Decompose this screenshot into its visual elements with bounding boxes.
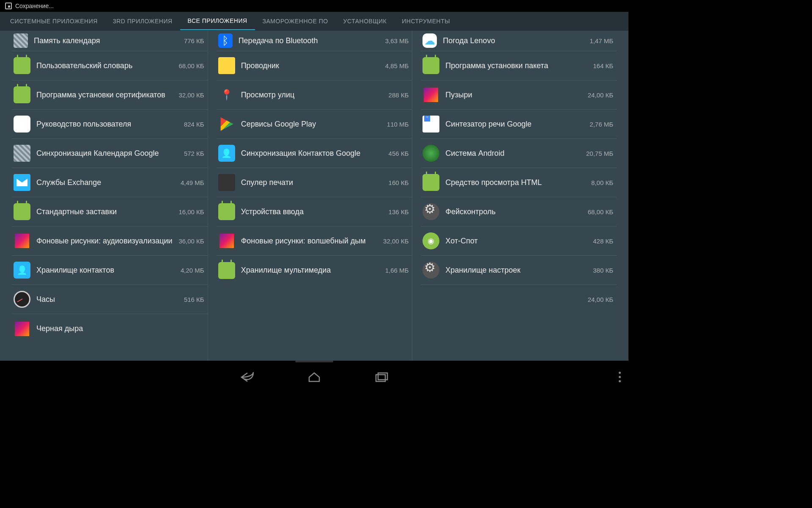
app-size: 4,85 МБ: [385, 62, 409, 69]
tab-2[interactable]: ВСЕ ПРИЛОЖЕНИЯ: [180, 12, 255, 30]
app-icon: [218, 116, 235, 133]
recent-button[interactable]: [371, 367, 391, 387]
app-icon: [14, 86, 30, 103]
app-icon: [422, 33, 437, 48]
app-row[interactable]: Фоновые рисунки: волшебный дым32,00 КБ: [217, 226, 412, 256]
app-row[interactable]: Программа установки пакета164 КБ: [421, 51, 617, 80]
app-row[interactable]: Синхронизация Контактов Google456 КБ: [217, 139, 412, 168]
app-row[interactable]: Службы Exchange4,49 МБ: [12, 168, 208, 197]
app-row[interactable]: Фейсконтроль68,00 КБ: [421, 197, 617, 226]
app-name: Сервисы Google Play: [241, 120, 387, 129]
app-name: Пузыри: [445, 91, 587, 99]
app-name: Руководство пользователя: [36, 120, 184, 129]
app-size: 68,00 КБ: [178, 62, 204, 69]
app-size: 516 КБ: [184, 296, 204, 303]
app-row[interactable]: Память календаря776 КБ: [12, 30, 208, 51]
menu-button[interactable]: [619, 372, 621, 382]
app-size: 456 КБ: [389, 150, 409, 157]
app-icon: [14, 174, 30, 191]
tab-3[interactable]: ЗАМОРОЖЕННОЕ ПО: [255, 12, 336, 30]
app-name: Просмотр улиц: [241, 91, 389, 99]
app-name: Фейсконтроль: [445, 207, 587, 216]
app-size: 68,00 КБ: [588, 208, 613, 215]
app-name: Спулер печати: [241, 178, 389, 187]
app-icon: [422, 174, 439, 191]
app-icon: [14, 320, 30, 337]
tab-0[interactable]: СИСТЕМНЫЕ ПРИЛОЖЕНИЯ: [3, 12, 105, 30]
app-name: Синхронизация Календаря Google: [36, 149, 184, 158]
app-name: Хранилище настроек: [445, 266, 593, 275]
app-row[interactable]: Руководство пользователя824 КБ: [12, 110, 208, 139]
app-name: Система Android: [445, 149, 586, 158]
app-size: 428 КБ: [593, 237, 613, 245]
app-row[interactable]: Синтезатор речи Google2,76 МБ: [421, 110, 617, 139]
app-icon: [422, 203, 439, 220]
app-row[interactable]: Проводник4,85 МБ: [217, 51, 412, 80]
app-name: Часы: [36, 295, 184, 304]
app-row[interactable]: Просмотр улиц288 КБ: [217, 80, 412, 110]
app-row[interactable]: Средство просмотра HTML8,00 КБ: [421, 168, 617, 197]
app-name: Фоновые рисунки: волшебный дым: [241, 237, 383, 246]
save-icon: [5, 3, 12, 9]
app-name: Хранилище контактов: [36, 266, 181, 275]
app-icon: [14, 57, 30, 74]
app-name: Синтезатор речи Google: [445, 120, 590, 129]
app-row[interactable]: Пузыри24,00 КБ: [421, 80, 617, 110]
app-icon: [422, 86, 439, 103]
app-size: 24,00 КБ: [588, 296, 613, 303]
app-size: 3,63 МБ: [385, 37, 409, 44]
app-size: 110 МБ: [387, 121, 409, 128]
app-size: 380 КБ: [593, 267, 613, 274]
app-size: 572 КБ: [184, 150, 204, 157]
app-name: Проводник: [241, 61, 385, 70]
back-button[interactable]: [237, 367, 258, 387]
app-size: 36,00 КБ: [178, 237, 204, 245]
app-name: Погода Lenovo: [443, 36, 590, 45]
app-name: Черная дыра: [36, 324, 204, 333]
app-row[interactable]: Передача по Bluetooth3,63 МБ: [217, 30, 412, 51]
app-name: Службы Exchange: [36, 178, 181, 187]
app-row[interactable]: Программа установки сертификатов32,00 КБ: [12, 80, 208, 110]
app-icon: [218, 57, 235, 74]
app-row[interactable]: Сервисы Google Play110 МБ: [217, 110, 412, 139]
app-row[interactable]: Хранилище настроек380 КБ: [421, 256, 617, 285]
app-row[interactable]: Часы516 КБ: [12, 285, 208, 314]
app-row[interactable]: Устройства ввода136 КБ: [217, 197, 412, 226]
app-size: 24,00 КБ: [588, 91, 613, 99]
app-icon: [422, 262, 439, 279]
app-row[interactable]: Черная дыра: [12, 314, 208, 343]
app-row[interactable]: Синхронизация Календаря Google572 КБ: [12, 139, 208, 168]
status-bar: Сохранение...: [0, 0, 628, 12]
app-icon: [218, 145, 235, 162]
app-name: Хот-Спот: [445, 237, 593, 246]
tab-1[interactable]: 3RD ПРИЛОЖЕНИЯ: [105, 12, 180, 30]
app-row[interactable]: Спулер печати160 КБ: [217, 168, 412, 197]
app-row[interactable]: Стандартные заставки16,00 КБ: [12, 197, 208, 226]
app-icon: [14, 232, 30, 249]
app-size: 32,00 КБ: [178, 91, 204, 99]
app-row[interactable]: Погода Lenovo1,47 МБ: [421, 30, 617, 51]
app-row[interactable]: 24,00 КБ: [421, 285, 617, 314]
app-icon: [422, 145, 439, 162]
app-row[interactable]: Система Android20,75 МБ: [421, 139, 617, 168]
app-icon: [422, 116, 439, 133]
app-size: 2,76 МБ: [590, 121, 613, 128]
app-icon: [218, 203, 235, 220]
app-icon: [14, 145, 30, 162]
app-row[interactable]: Фоновые рисунки: аудиовизуализации36,00 …: [12, 226, 208, 256]
app-size: 32,00 КБ: [383, 237, 409, 245]
app-size: 20,75 МБ: [586, 150, 613, 157]
nav-hint: [295, 361, 333, 362]
home-button[interactable]: [304, 367, 324, 387]
app-icon: [422, 232, 439, 249]
app-size: 160 КБ: [389, 179, 409, 186]
app-row[interactable]: Пользовательский словарь68,00 КБ: [12, 51, 208, 80]
app-size: 164 КБ: [593, 62, 613, 69]
app-row[interactable]: Хранилище мультимедиа1,66 МБ: [217, 256, 412, 285]
app-row[interactable]: Хот-Спот428 КБ: [421, 226, 617, 256]
app-row[interactable]: Хранилище контактов4,20 МБ: [12, 256, 208, 285]
tab-4[interactable]: УСТАНОВЩИК: [336, 12, 395, 30]
app-name: Средство просмотра HTML: [445, 178, 591, 187]
app-size: 4,20 МБ: [181, 267, 204, 274]
tab-5[interactable]: ИНСТРУМЕНТЫ: [394, 12, 458, 30]
